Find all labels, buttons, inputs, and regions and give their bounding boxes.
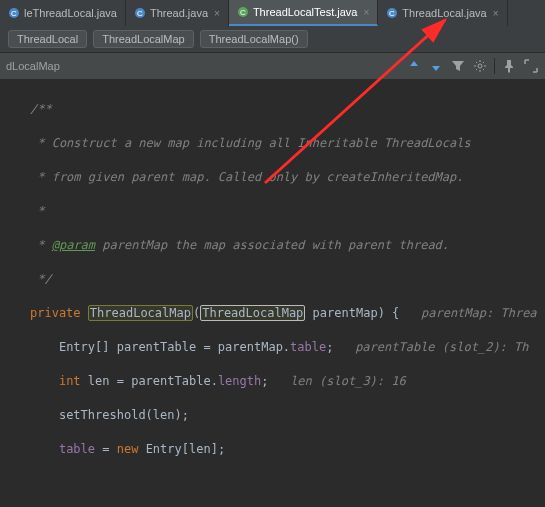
svg-text:C: C <box>11 9 17 18</box>
breadcrumb-bar: ThreadLocal ThreadLocalMap ThreadLocalMa… <box>0 26 545 52</box>
find-toolbar: dLocalMap <box>0 52 545 80</box>
tab-label: ThreadLocal.java <box>402 7 486 19</box>
arrow-up-icon[interactable] <box>406 58 422 74</box>
code-line: setThreshold(len); <box>30 407 545 424</box>
svg-text:C: C <box>389 9 395 18</box>
tab-file-1[interactable]: C leThreadLocal.java <box>0 0 126 26</box>
arrow-down-icon[interactable] <box>428 58 444 74</box>
svg-point-8 <box>478 64 482 68</box>
editor-tabs: C leThreadLocal.java C Thread.java × C T… <box>0 0 545 26</box>
expand-icon[interactable] <box>523 58 539 74</box>
code-line: private ThreadLocalMap(ThreadLocalMap pa… <box>30 305 545 322</box>
java-class-icon: C <box>8 7 20 19</box>
java-class-icon: C <box>134 7 146 19</box>
close-icon[interactable]: × <box>214 8 220 19</box>
javadoc-line: * <box>30 204 44 218</box>
code-line: table = new Entry[len]; <box>30 441 545 458</box>
javadoc-line: */ <box>30 272 52 286</box>
tab-label: Thread.java <box>150 7 208 19</box>
tab-label: ThreadLocalTest.java <box>253 6 358 18</box>
javadoc-line: * Construct a new map including all Inhe… <box>30 136 471 150</box>
code-line: Entry[] parentTable = parentMap.table; p… <box>30 339 545 356</box>
javadoc-line: /** <box>30 102 52 116</box>
javadoc-line: * from given parent map. Called only by … <box>30 170 463 184</box>
code-editor[interactable]: /** * Construct a new map including all … <box>0 80 545 507</box>
settings-icon[interactable] <box>472 58 488 74</box>
javadoc-line: * <box>30 238 52 252</box>
javadoc-line: parentMap the map associated with parent… <box>95 238 449 252</box>
pin-icon[interactable] <box>501 58 517 74</box>
svg-text:C: C <box>137 9 143 18</box>
javadoc-tag: @param <box>52 238 95 252</box>
close-icon[interactable]: × <box>363 7 369 18</box>
breadcrumb-item[interactable]: ThreadLocalMap() <box>200 30 308 48</box>
breadcrumb-item[interactable]: ThreadLocal <box>8 30 87 48</box>
java-class-icon: C <box>386 7 398 19</box>
code-line <box>30 475 545 492</box>
close-icon[interactable]: × <box>493 8 499 19</box>
tab-file-2[interactable]: C Thread.java × <box>126 0 229 26</box>
tab-label: leThreadLocal.java <box>24 7 117 19</box>
find-query-text[interactable]: dLocalMap <box>6 60 400 72</box>
tab-file-3[interactable]: C ThreadLocalTest.java × <box>229 0 378 26</box>
breadcrumb-item[interactable]: ThreadLocalMap <box>93 30 194 48</box>
funnel-icon[interactable] <box>450 58 466 74</box>
svg-text:C: C <box>240 8 246 17</box>
java-test-icon: C <box>237 6 249 18</box>
code-line: int len = parentTable.length; len (slot_… <box>30 373 545 390</box>
tab-file-4[interactable]: C ThreadLocal.java × <box>378 0 507 26</box>
